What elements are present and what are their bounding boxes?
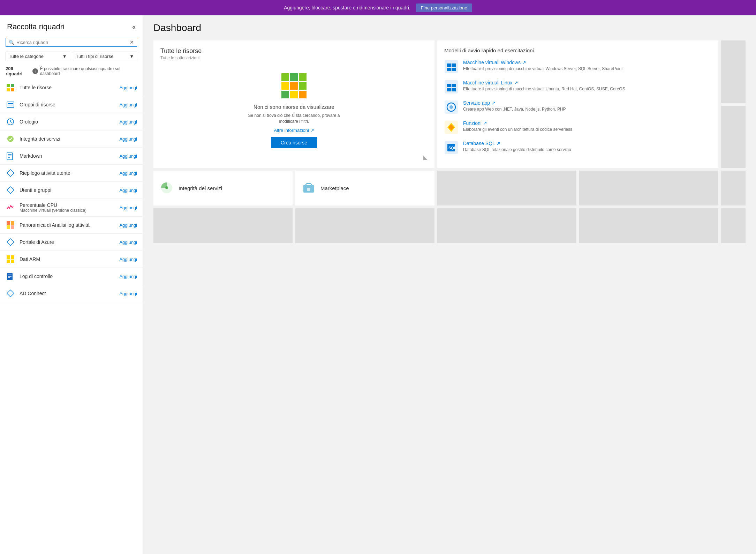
sidebar-title: Raccolta riquadri [7,22,65,31]
chevron-down-icon: ▼ [62,54,67,59]
gray-tile-4-4 [579,208,718,243]
svg-rect-22 [11,225,14,229]
modelli-item-database-sql: SQL Database SQL ↗ Database SQL relazion… [444,141,711,155]
filter-row: Tutte le categorie ▼ Tutti i tipi di ris… [6,52,137,61]
sidebar-item-riepilogo[interactable]: Riepilogo attività utente Aggiungi [0,165,143,182]
add-button[interactable]: Aggiungi [119,274,137,279]
sidebar-item-dati[interactable]: Dati ARM Aggiungi [0,251,143,268]
add-button[interactable]: Aggiungi [119,223,137,228]
empty-msg: Non ci sono risorse da visualizzare [254,104,334,110]
sidebar-item-panoramica[interactable]: Panoramica di Analisi log attività Aggiu… [0,217,143,234]
add-button[interactable]: Aggiungi [119,136,137,142]
sidebar-item-tutte-risorse[interactable]: Tutte le risorse Aggiungi [0,79,143,96]
vm-linux-link[interactable]: Macchine virtuali Linux ↗ [463,80,625,85]
category-filter[interactable]: Tutte le categorie ▼ [6,52,70,61]
servizio-app-link[interactable]: Servizio app ↗ [463,100,566,106]
tile-all-resources-subtitle: Tutte le sottoscrizioni [160,55,428,60]
svg-rect-6 [8,105,13,105]
vm-windows-icon [444,60,458,74]
item-sublabel: Macchine virtuali (versione classica) [20,208,119,213]
add-button[interactable]: Aggiungi [119,240,137,245]
vm-windows-desc: Effettuare il provisioning di macchine v… [463,66,623,71]
gray-tile-3-3 [437,171,576,205]
svg-rect-5 [8,103,13,104]
altre-informazioni-link[interactable]: Altre informazioni ↗ [274,128,314,133]
tile-all-resources: Tutte le risorse Tutte le sottoscrizioni [153,40,434,168]
database-sql-desc: Database SQL relazionale gestito distrib… [463,147,571,152]
tile-modelli: Modelli di avvio rapido ed esercitazioni [437,40,718,168]
svg-rect-0 [7,84,10,87]
item-label: AD Connect [20,291,119,296]
database-sql-link[interactable]: Database SQL ↗ [463,141,571,146]
item-label: Utenti e gruppi [20,187,119,193]
resource-square-8 [290,91,298,98]
resource-square-4 [281,82,289,90]
svg-rect-37 [452,68,456,71]
sidebar-item-integrita[interactable]: Integrità dei servizi Aggiungi [0,130,143,148]
add-button[interactable]: Aggiungi [119,119,137,125]
resource-square-2 [290,73,298,81]
svg-rect-2 [7,88,10,91]
resize-handle[interactable]: ◣ [160,154,428,161]
svg-point-45 [449,105,453,109]
vm-linux-desc: Effettuare il provisioning di macchine v… [463,87,625,91]
svg-marker-17 [7,170,14,177]
sidebar-item-gruppi[interactable]: Gruppi di risorse Aggiungi [0,96,143,113]
add-button[interactable]: Aggiungi [119,154,137,159]
portale-icon [6,237,15,247]
funzioni-link[interactable]: Funzioni ↗ [463,120,572,126]
clear-search-button[interactable]: ✕ [130,39,134,45]
add-button[interactable]: Aggiungi [119,85,137,90]
tile-integrita[interactable]: Integrità dei servizi [153,171,293,205]
servizio-app-desc: Creare app Web con .NET, Java, Node.js, … [463,107,566,112]
sidebar-collapse-button[interactable]: « [132,23,136,31]
crea-risorse-button[interactable]: Crea risorse [271,137,317,148]
resource-square-5 [290,82,298,90]
sidebar-item-ad[interactable]: AD Connect Aggiungi [0,285,143,302]
item-label: Percentuale CPU [20,202,119,208]
sidebar-item-markdown[interactable]: Markdown Aggiungi [0,148,143,165]
modelli-item-vm-linux: Macchine virtuali Linux ↗ Effettuare il … [444,80,711,94]
count-info: 206 riquadri i È possibile trascinare qu… [6,66,137,76]
add-button[interactable]: Aggiungi [119,257,137,262]
main-content: Dashboard Tutte le risorse Tutte le sott… [143,15,756,554]
svg-rect-21 [7,225,10,229]
fine-personalizzazione-button[interactable]: Fine personalizzazione [416,3,472,12]
svg-point-10 [7,136,14,142]
svg-rect-24 [7,255,10,259]
svg-rect-1 [11,84,14,87]
svg-rect-19 [7,221,10,225]
sidebar-item-log[interactable]: Log di controllo Aggiungi [0,268,143,285]
info-text: È possibile trascinare qualsiasi riquadr… [40,66,137,76]
sidebar-item-utenti[interactable]: Utenti e gruppi Aggiungi [0,182,143,199]
resource-square-6 [299,82,307,90]
orologio-icon [6,117,15,127]
add-button[interactable]: Aggiungi [119,102,137,107]
gray-tile-4-2 [295,208,434,243]
markdown-icon [6,151,15,161]
add-button[interactable]: Aggiungi [119,291,137,296]
svg-marker-32 [7,290,14,297]
type-filter[interactable]: Tutti i tipi di risorse ▼ [73,52,137,61]
tile-marketplace[interactable]: Marketplace [295,171,434,205]
svg-rect-54 [307,188,310,191]
sidebar-item-cpu[interactable]: Percentuale CPU Macchine virtuali (versi… [0,199,143,217]
item-label: Orologio [20,119,119,125]
info-icon: i [32,68,38,74]
search-input[interactable] [16,40,130,45]
svg-rect-26 [7,260,10,263]
vm-windows-link[interactable]: Macchine virtuali Windows ↗ [463,60,623,65]
svg-point-52 [165,186,168,189]
sidebar-item-portale[interactable]: Portale di Azure Aggiungi [0,234,143,251]
add-button[interactable]: Aggiungi [119,188,137,193]
cpu-icon [6,203,15,212]
svg-rect-20 [11,221,14,225]
integrita-tile-icon [160,181,174,196]
add-button[interactable]: Aggiungi [119,171,137,176]
gruppi-icon [6,100,15,110]
marketplace-label: Marketplace [320,185,349,191]
add-button[interactable]: Aggiungi [119,205,137,210]
ad-icon [6,289,15,298]
sidebar-list: Tutte le risorse Aggiungi Gruppi di riso… [0,79,143,554]
sidebar-item-orologio[interactable]: Orologio Aggiungi [0,113,143,130]
